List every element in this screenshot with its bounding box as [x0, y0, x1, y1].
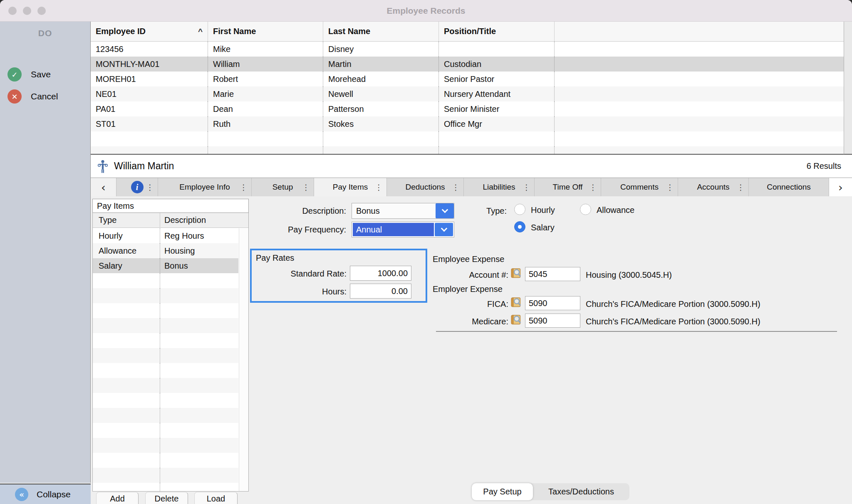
table-row[interactable]: ST01 Ruth Stokes Office Mgr: [91, 116, 844, 131]
pay-item-row-empty: [93, 273, 238, 288]
table-row[interactable]: MOREH01 Robert Morehead Senior Pastor: [91, 72, 844, 86]
save-button[interactable]: ✓ Save: [7, 67, 51, 82]
pay-item-row-selected[interactable]: Salary Bonus: [93, 258, 238, 273]
save-label: Save: [31, 69, 51, 79]
pay-rates-group: Pay Rates Standard Rate: 1000.00 Hours: …: [250, 249, 427, 303]
tab-scroll-left-button[interactable]: ‹: [91, 178, 116, 196]
tab-pay-items[interactable]: Pay Items ⋮: [314, 178, 387, 196]
column-header-first-name[interactable]: First Name: [208, 22, 323, 41]
detail-tab-switcher: Pay Setup Taxes/Deductions: [472, 483, 629, 500]
column-header-employee-id[interactable]: Employee ID ^: [91, 22, 208, 41]
section-divider: [436, 331, 837, 332]
pay-item-row[interactable]: Allowance Housing: [93, 243, 238, 258]
tab-scroll-right-button[interactable]: ›: [829, 178, 852, 196]
tab-deductions[interactable]: Deductions ⋮: [387, 178, 464, 196]
radio-allowance[interactable]: [580, 204, 591, 215]
type-label: Type:: [466, 206, 507, 216]
table-row-empty: [91, 131, 844, 146]
drag-handle-icon: ⋮: [146, 183, 154, 192]
pay-rates-title: Pay Rates: [256, 253, 294, 263]
table-row-empty: [91, 146, 844, 155]
column-header-last-name[interactable]: Last Name: [323, 22, 439, 41]
account-description: Housing (3000.5045.H): [586, 270, 672, 280]
medicare-account-input[interactable]: 5090: [525, 314, 580, 328]
radio-salary-label: Salary: [531, 223, 555, 232]
drag-handle-icon: ⋮: [589, 183, 597, 192]
cancel-label: Cancel: [31, 91, 58, 101]
tab-employee-info[interactable]: Employee Info ⋮: [158, 178, 252, 196]
account-number-input[interactable]: 5045: [525, 267, 580, 281]
radio-salary[interactable]: [514, 221, 525, 232]
tab-liabilities[interactable]: Liabilities ⋮: [464, 178, 535, 196]
table-row[interactable]: PA01 Dean Patterson Senior Minister: [91, 101, 844, 116]
collapse-chevrons-icon: «: [15, 488, 28, 501]
pay-items-panel-title: Pay Items: [92, 199, 249, 213]
pay-item-row-empty: [93, 393, 238, 408]
fica-lookup-icon[interactable]: [510, 297, 522, 308]
tab-accounts[interactable]: Accounts ⋮: [678, 178, 749, 196]
expense-section: Employee Expense Account #: 5045 Housing…: [433, 252, 840, 335]
add-button[interactable]: Add: [96, 492, 139, 504]
tab-comments[interactable]: Comments ⋮: [601, 178, 678, 196]
load-button[interactable]: Load: [194, 492, 238, 504]
payroll-employee-icon: [97, 160, 108, 173]
drag-handle-icon: ⋮: [302, 183, 310, 192]
results-count: 6 Results: [807, 161, 852, 171]
pay-item-row-empty: [93, 438, 238, 453]
tab-info[interactable]: i ⋮: [116, 178, 158, 196]
standard-rate-input[interactable]: 1000.00: [350, 266, 411, 281]
cancel-button[interactable]: ✕ Cancel: [7, 89, 58, 104]
description-label: Description:: [250, 206, 346, 216]
employee-table: Employee ID ^ First Name Last Name Posit…: [91, 22, 844, 155]
radio-hourly[interactable]: [514, 204, 525, 215]
chevron-down-icon[interactable]: [435, 223, 453, 236]
description-dropdown[interactable]: Bonus: [352, 203, 454, 219]
medicare-label: Medicare:: [433, 317, 508, 326]
collapse-button[interactable]: « Collapse: [0, 484, 91, 504]
table-row[interactable]: NE01 Marie Newell Nursery Attendant: [91, 86, 844, 101]
standard-rate-label: Standard Rate:: [252, 269, 347, 279]
drag-handle-icon: ⋮: [523, 183, 530, 192]
do-heading: DO: [0, 28, 90, 38]
radio-hourly-label: Hourly: [531, 205, 555, 215]
pay-frequency-dropdown[interactable]: Annual: [352, 222, 454, 237]
pay-item-row-empty: [93, 333, 238, 348]
tab-taxes-deductions[interactable]: Taxes/Deductions: [533, 483, 629, 500]
record-tab-bar: ‹ i ⋮ Employee Info ⋮ Setup ⋮ Pay Items …: [91, 178, 852, 196]
titlebar: Employee Records: [0, 0, 852, 22]
tab-connections[interactable]: Connections: [749, 178, 829, 196]
medicare-account-description: Church's FICA/Medicare Portion (3000.509…: [586, 317, 760, 326]
drag-handle-icon: ⋮: [375, 183, 383, 192]
account-lookup-icon[interactable]: [510, 268, 522, 279]
tab-pay-setup[interactable]: Pay Setup: [472, 483, 533, 500]
delete-button[interactable]: Delete: [145, 492, 188, 504]
pay-item-row-empty: [93, 318, 238, 333]
tab-setup[interactable]: Setup ⋮: [252, 178, 314, 196]
fica-account-input[interactable]: 5090: [525, 296, 580, 310]
action-sidebar: DO ✓ Save ✕ Cancel: [0, 22, 91, 483]
description-value: Bonus: [352, 203, 436, 218]
pay-items-list: Type Description Hourly Reg Hours Allowa…: [92, 213, 249, 492]
employee-records-window: Employee Records DO ✓ Save ✕ Cancel « Co…: [0, 0, 852, 504]
fica-account-description: Church's FICA/Medicare Portion (3000.509…: [586, 299, 760, 309]
pay-item-row-empty: [93, 348, 238, 363]
chevron-down-icon[interactable]: [436, 203, 454, 218]
pay-items-scrollbar-track[interactable]: [239, 228, 248, 491]
info-icon: i: [131, 181, 144, 193]
table-row[interactable]: 123456 Mike Disney: [91, 42, 844, 57]
tab-time-off[interactable]: Time Off ⋮: [535, 178, 601, 196]
collapse-label: Collapse: [37, 489, 71, 499]
pay-item-row-empty: [93, 408, 238, 423]
medicare-lookup-icon[interactable]: [510, 314, 522, 325]
table-row-selected[interactable]: MONTHLY-MA01 William Martin Custodian: [91, 57, 844, 72]
drag-handle-icon: ⋮: [452, 183, 460, 192]
hours-input[interactable]: 0.00: [350, 284, 411, 299]
column-header-description[interactable]: Description: [160, 213, 248, 227]
pay-item-row[interactable]: Hourly Reg Hours: [93, 228, 238, 243]
pay-item-row-empty: [93, 303, 238, 318]
pay-item-row-empty: [93, 363, 238, 378]
record-name: William Martin: [114, 161, 174, 172]
column-header-position-title[interactable]: Position/Title: [439, 22, 555, 41]
column-header-type[interactable]: Type: [93, 213, 160, 227]
record-header: William Martin 6 Results: [91, 155, 852, 178]
